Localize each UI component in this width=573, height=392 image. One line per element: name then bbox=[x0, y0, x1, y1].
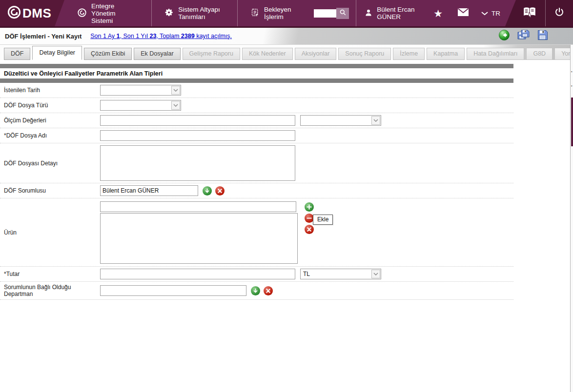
search-button[interactable] bbox=[336, 8, 349, 19]
form-row-dof-dosyasi-detayi: DÖF Dosyası Detayı bbox=[0, 143, 513, 183]
section-title: Düzeltici ve Önleyici Faaliyetler Parame… bbox=[0, 68, 513, 78]
power-icon bbox=[554, 7, 565, 20]
field-label: Ölçüm Değerleri bbox=[4, 117, 100, 124]
language-selector[interactable]: TR bbox=[476, 0, 505, 26]
x-icon bbox=[266, 289, 270, 293]
chevron-down-icon bbox=[371, 116, 380, 125]
star-icon: ★ bbox=[433, 8, 443, 19]
urun-clear-button[interactable] bbox=[305, 225, 314, 234]
messages-button[interactable] bbox=[450, 0, 476, 26]
field-label: *Tutar bbox=[4, 271, 100, 277]
vertical-scrollbar[interactable]: ▴ ▾ bbox=[570, 45, 573, 392]
search-input[interactable] bbox=[314, 9, 336, 18]
urun-listbox[interactable] bbox=[100, 213, 298, 264]
field-label: DÖF Dosyası Detayı bbox=[4, 160, 100, 167]
field-label: *DÖF Dosya Adı bbox=[4, 132, 100, 139]
plus-icon bbox=[307, 204, 312, 210]
selected-value: TL bbox=[303, 271, 310, 277]
chevron-down-icon bbox=[481, 10, 488, 17]
gear-icon bbox=[164, 8, 174, 19]
qdms-circle-icon bbox=[77, 8, 87, 19]
tab-çözüm-ekibi[interactable]: Çözüm Ekibi bbox=[84, 48, 132, 60]
logo-text: DMS bbox=[22, 6, 51, 21]
menu-item-sistem-altyapi-tanimlari[interactable]: Sistem Altyapı Tanımları bbox=[152, 0, 237, 26]
clear-departman-button[interactable] bbox=[264, 286, 273, 295]
select-departman-button[interactable] bbox=[251, 286, 260, 295]
section-divider-bar bbox=[0, 64, 513, 68]
form-row-dof-dosya-adi: *DÖF Dosya Adı bbox=[0, 128, 513, 143]
user-icon bbox=[364, 8, 373, 19]
search-area bbox=[314, 0, 349, 26]
form-row-dof-dosya-turu: DÖF Dosya Türü bbox=[0, 98, 513, 113]
scroll-up-icon[interactable]: ▴ bbox=[571, 70, 573, 72]
tab-hata-dağılımları: Hata Dağılımları bbox=[467, 48, 524, 60]
field-label: Ürün bbox=[4, 229, 100, 236]
tab-döf[interactable]: DÖF bbox=[4, 48, 30, 60]
chevron-down-icon bbox=[171, 86, 180, 95]
logout-button[interactable] bbox=[546, 0, 573, 26]
form-row-istenilen-tarih: İstenilen Tarih bbox=[0, 83, 513, 98]
dof-sorumlusu-input[interactable] bbox=[100, 185, 198, 196]
section-divider-bar bbox=[0, 78, 513, 83]
user-name: Bülent Ercan GÜNER bbox=[377, 6, 418, 20]
record-stats-link[interactable]: Son 1 Ay 1, Son 1 Yıl 23, Toplam 2389 ka… bbox=[90, 33, 232, 39]
olcum-degerleri-input[interactable] bbox=[100, 115, 295, 126]
menu-item-label: Sistem Altyapı Tanımları bbox=[178, 6, 225, 20]
x-icon bbox=[307, 227, 311, 232]
tab-bar: DÖFDetay BilgilerÇözüm EkibiEk DosyalarG… bbox=[0, 45, 573, 60]
form-row-olcum-degerleri: Ölçüm Değerleri bbox=[0, 113, 513, 128]
tab-ek-dosyalar[interactable]: Ek Dosyalar bbox=[134, 48, 180, 60]
tab-gelişme-raporu: Gelişme Raporu bbox=[183, 48, 240, 60]
clipboard-icon bbox=[250, 8, 260, 19]
tab-sonuç-raporu: Sonuç Raporu bbox=[338, 48, 391, 60]
field-label: DÖF Dosya Türü bbox=[4, 102, 100, 109]
minus-icon bbox=[307, 216, 312, 221]
form-row-urun: Ürün bbox=[0, 198, 513, 267]
clear-person-button[interactable] bbox=[215, 186, 225, 196]
qdms-logo[interactable]: DMS bbox=[0, 0, 64, 26]
form-row-tutar: *Tutar TL bbox=[0, 267, 513, 282]
menu-item-label: Entegre Yönetim Sistemi bbox=[91, 2, 139, 24]
back-button[interactable] bbox=[498, 29, 510, 43]
x-icon bbox=[218, 189, 222, 193]
tab-kapatma: Kapatma bbox=[427, 48, 465, 60]
tab-kök-nedenler: Kök Nedenler bbox=[242, 48, 293, 60]
tutar-input[interactable] bbox=[100, 269, 295, 279]
dof-dosyasi-detayi-textarea[interactable] bbox=[100, 145, 295, 181]
departman-input[interactable] bbox=[100, 285, 246, 296]
form-row-departman: Sorumlunun Bağlı Olduğu Departman bbox=[0, 282, 513, 300]
dof-dosya-adi-input[interactable] bbox=[100, 130, 295, 141]
tab-g8d: G8D bbox=[526, 48, 553, 60]
tutar-currency-select[interactable]: TL bbox=[300, 269, 381, 279]
menu-item-label: Bekleyen İşlerim bbox=[264, 6, 294, 20]
page-toolbar: DÖF İşlemleri - Yeni Kayıt Son 1 Ay 1, S… bbox=[0, 28, 573, 45]
urun-add-button[interactable] bbox=[305, 202, 314, 212]
field-label: Sorumlunun Bağlı Olduğu Departman bbox=[4, 284, 100, 297]
arrow-down-icon bbox=[253, 288, 258, 294]
chevron-down-icon bbox=[171, 101, 180, 110]
arrow-down-icon bbox=[205, 188, 210, 194]
user-menu[interactable]: Bülent Ercan GÜNER bbox=[356, 0, 426, 26]
favorites-button[interactable]: ★ bbox=[426, 0, 450, 26]
olcum-birimi-select[interactable] bbox=[300, 115, 381, 126]
istenilen-tarih-select[interactable] bbox=[100, 85, 181, 96]
scrollbar-thumb[interactable] bbox=[571, 98, 573, 146]
dof-dosya-turu-select[interactable] bbox=[100, 100, 181, 111]
open-book-icon bbox=[522, 6, 537, 20]
search-icon bbox=[339, 9, 347, 18]
qdms-app: DMS Entegre Yönetim Sistemi Sistem Altya… bbox=[0, 0, 573, 392]
tab-i̇zleme: İzleme bbox=[393, 48, 425, 60]
urun-input[interactable] bbox=[100, 201, 296, 212]
menu-item-bekleyen-islerim[interactable]: Bekleyen İşlerim bbox=[238, 0, 307, 26]
scroll-down-icon[interactable]: ▾ bbox=[571, 85, 573, 87]
form-content: Düzeltici ve Önleyici Faaliyetler Parame… bbox=[0, 60, 573, 392]
save-button[interactable] bbox=[537, 29, 549, 43]
save-and-new-button[interactable] bbox=[517, 29, 530, 43]
menu-item-entegre-yonetim-sistemi[interactable]: Entegre Yönetim Sistemi bbox=[64, 0, 151, 26]
page-title: DÖF İşlemleri - Yeni Kayıt bbox=[5, 33, 82, 40]
select-person-button[interactable] bbox=[203, 186, 212, 196]
chevron-down-icon bbox=[371, 270, 380, 278]
help-manual-button[interactable] bbox=[514, 0, 545, 26]
tab-detay-bilgiler[interactable]: Detay Bilgiler bbox=[32, 46, 82, 60]
header-right-section bbox=[505, 0, 573, 26]
